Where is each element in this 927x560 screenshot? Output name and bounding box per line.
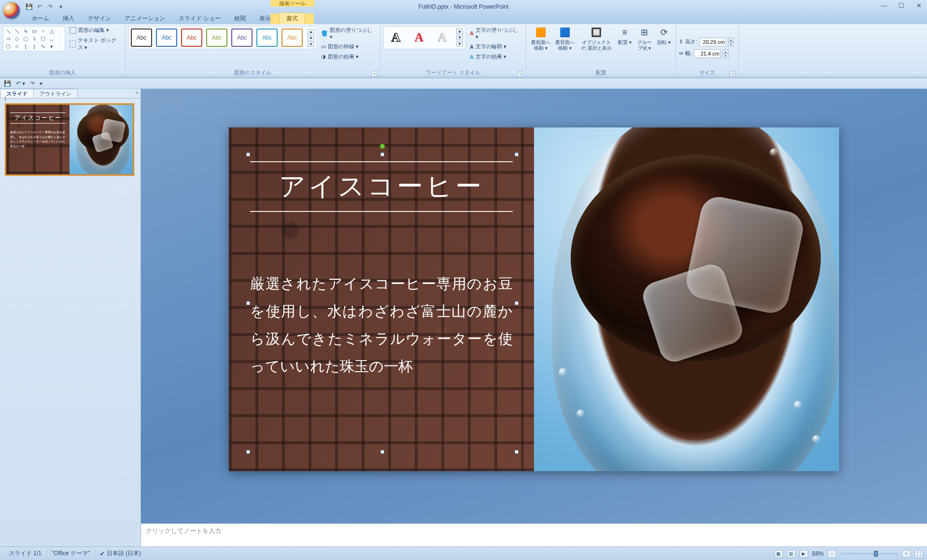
save-icon[interactable]: 💾 [4,80,11,87]
dialog-launcher-icon[interactable]: ↘ [371,71,377,77]
qat-more-icon[interactable]: ▾ [57,3,65,11]
resize-handle[interactable] [515,153,519,156]
shape-star-icon[interactable]: ☆ [13,43,21,50]
wordart-gallery[interactable]: A A A ▴ ▾ ▾ [383,26,465,49]
selection-pane-button[interactable]: 🔲オブジェクトの 選択と表示 [577,26,615,52]
tab-format[interactable]: 書式 [279,13,305,24]
shape-fill-button[interactable]: 🪣図形の塗りつぶし ▾ [320,26,377,41]
shape-effects-button[interactable]: ◑図形の効果 ▾ [320,53,377,61]
spin-up-icon[interactable]: ▴ [723,49,729,54]
tab-home[interactable]: ホーム [25,13,56,24]
zoom-out-button[interactable]: − [828,550,836,558]
shape-style-7[interactable]: Abc [281,28,303,47]
zoom-in-button[interactable]: + [902,550,911,558]
send-back-button[interactable]: 🟦最背面へ 移動 ▾ [553,26,576,52]
bring-front-button[interactable]: 🟧最前面へ 移動 ▾ [529,26,552,52]
resize-handle[interactable] [246,450,250,454]
text-effects-button[interactable]: A文字の効果 ▾ [468,53,523,61]
dialog-launcher-icon[interactable]: ↘ [730,71,735,77]
shape-oval-icon[interactable]: ○ [39,28,47,34]
zoom-thumb[interactable] [874,551,878,557]
slide-editor[interactable]: アイスコーヒー 厳選されたアイスコーヒー専用のお豆を使用し、水はわざわざ富士山の… [141,89,927,546]
redo-icon[interactable]: ↷ [46,3,54,11]
spin-down-icon[interactable]: ▾ [728,42,734,46]
gallery-expand-icon[interactable]: ▾ [308,42,314,47]
shape-diamond-icon[interactable]: ◇ [13,35,21,42]
shape-more-icon[interactable]: ▾ [48,43,56,50]
slide-thumbnail-1[interactable]: アイスコーヒー 厳選されたアイスコーヒー専用のお豆を使用し、水はわざわざ富士山の… [5,103,134,176]
shape-brace2-icon[interactable]: } [30,43,38,50]
view-normal-button[interactable]: ▦ [774,550,783,558]
tab-animations[interactable]: アニメーション [118,13,172,24]
shape-callout-icon[interactable]: ☐ [39,35,47,42]
slide-canvas[interactable]: アイスコーヒー 厳選されたアイスコーヒー専用のお豆を使用し、水はわざわざ富士山の… [229,127,839,471]
shape-style-1[interactable]: Abc [131,28,152,47]
wordart-style-3[interactable]: A [432,28,452,47]
text-outline-button[interactable]: A文字の輪郭 ▾ [468,42,523,51]
gallery-up-icon[interactable]: ▴ [456,28,463,34]
shape-arrowdn-icon[interactable]: ⇩ [30,35,38,42]
edit-shape-button[interactable]: 図形の編集 ▾ [68,26,122,34]
gallery-up-icon[interactable]: ▴ [308,29,314,34]
qat-customize-icon[interactable]: ▾ [40,80,42,87]
rotate-handle[interactable] [380,144,385,149]
shape-style-2[interactable]: Abc [156,28,177,47]
zoom-percent[interactable]: 68% [812,550,824,557]
shape-triangle-icon[interactable]: △ [48,28,56,34]
resize-handle[interactable] [515,450,519,454]
pane-tab-outline[interactable]: アウトライン [33,89,78,98]
text-fill-button[interactable]: A文字の塗りつぶし ▾ [468,26,523,41]
view-slideshow-button[interactable]: ▶ [800,550,808,558]
wordart-style-2[interactable]: A [409,28,429,47]
shape-style-5[interactable]: Abc [231,28,253,47]
text-box-button[interactable]: テキスト ボックス ▾ [68,36,122,52]
tab-design[interactable]: デザイン [81,13,118,24]
zoom-slider[interactable] [840,553,898,555]
save-icon[interactable]: 💾 [25,3,33,11]
rotate-button[interactable]: ⟳回転 ▾ [655,26,673,46]
shape-style-4[interactable]: Abc [206,28,227,47]
width-input[interactable] [694,49,721,58]
close-button[interactable]: ✕ [913,1,924,10]
tab-slideshow[interactable]: スライド ショー [172,13,227,24]
height-input[interactable] [699,38,726,46]
wordart-style-1[interactable]: A [386,28,406,47]
maximize-button[interactable]: ☐ [896,1,907,10]
notes-pane[interactable]: クリックしてノートを入力 [141,523,927,546]
group-button[interactable]: ⊞グループ化 ▾ [634,26,654,52]
shape-style-gallery[interactable]: Abc Abc Abc Abc Abc Abc Abc ▴ ▾ ▾ [128,26,317,49]
shapes-gallery[interactable]: ＼ ＼ ↳ ▭ ○ △ ⇨ ◇ ▢ ⇩ ☐ ◡ ⬡ ☆ { } ∿ ▾ [3,26,65,51]
resize-handle[interactable] [380,450,384,454]
align-button[interactable]: ≡配置 ▾ [616,26,633,46]
gallery-expand-icon[interactable]: ▾ [456,41,463,46]
fit-window-button[interactable]: ⛶ [914,550,923,558]
resize-handle[interactable] [380,153,384,156]
shape-curve-icon[interactable]: ∿ [39,43,47,50]
tab-insert[interactable]: 挿入 [56,13,81,24]
redo-icon[interactable]: ↷ [30,80,35,87]
gallery-down-icon[interactable]: ▾ [308,35,314,41]
pane-close-icon[interactable]: × [136,90,139,96]
undo-icon[interactable]: ↶ ▾ [16,80,25,87]
resize-handle[interactable] [515,301,519,305]
shape-brace-icon[interactable]: { [22,43,29,50]
tab-review[interactable]: 校閲 [227,13,253,24]
shape-arc-icon[interactable]: ◡ [48,35,56,42]
shape-rect-icon[interactable]: ▭ [30,28,38,34]
shape-rrect-icon[interactable]: ▢ [22,35,29,42]
status-language[interactable]: ✔日本語 (日本) [95,549,146,558]
shape-outline-button[interactable]: ▭図形の枠線 ▾ [320,42,377,51]
office-button[interactable] [3,2,20,19]
undo-icon[interactable]: ↶ [36,3,43,11]
shape-line-icon[interactable]: ＼ [4,28,12,34]
shape-connector-icon[interactable]: ↳ [22,28,29,34]
resize-handle[interactable] [246,301,250,305]
dialog-launcher-icon[interactable]: ↘ [517,71,523,77]
spin-down-icon[interactable]: ▾ [723,54,729,58]
shape-hex-icon[interactable]: ⬡ [4,43,12,50]
resize-handle[interactable] [246,153,250,156]
minimize-button[interactable]: — [879,1,889,10]
shape-line2-icon[interactable]: ＼ [13,28,21,34]
shape-style-6[interactable]: Abc [256,28,278,47]
spin-up-icon[interactable]: ▴ [728,38,734,42]
